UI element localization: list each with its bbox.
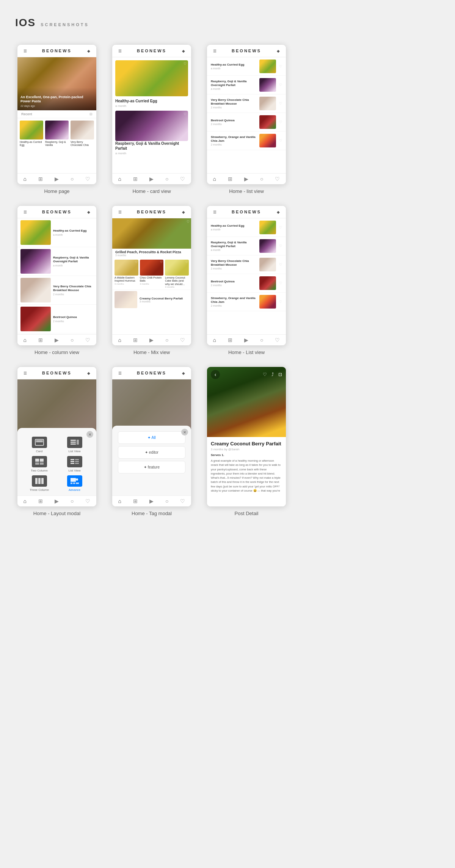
nav-video[interactable]: ▶ (149, 337, 154, 343)
list2-item-3: Very Berry Chocolate Chia Breakfast Mous… (207, 255, 286, 274)
nav-circle[interactable]: ○ (165, 176, 168, 182)
nav-video[interactable]: ▶ (149, 176, 154, 182)
modal-option-listview2[interactable]: List View (58, 456, 91, 472)
svg-rect-2 (71, 440, 76, 441)
mix-heart[interactable]: ♡ (187, 220, 190, 224)
thumb-item-3: Very Berry Chocolate Chia (71, 121, 94, 147)
modal-option-threecol[interactable]: Three Column (23, 475, 55, 492)
modal-option-card[interactable]: Card (23, 437, 55, 453)
list2-heart-1[interactable]: ♡ (279, 226, 282, 229)
phone-home-list: ☰ BEONEWS ◆ Healthy-as Curried Egg a mon… (207, 44, 286, 185)
nav-heart[interactable]: ♡ (85, 498, 90, 504)
nav-circle[interactable]: ○ (260, 337, 263, 343)
list2-date-3: 2 months (211, 267, 256, 270)
list-heart-5[interactable]: ♡ (279, 139, 282, 143)
list2-title-4: Beetroot Quinoa (211, 280, 256, 284)
brand-title: BEONEWS (28, 371, 86, 375)
nav-home[interactable]: ⌂ (118, 337, 121, 343)
nav-heart[interactable]: ♡ (180, 176, 185, 182)
phone-content-home: An Excellent, One-pan, Protein-packed Po… (17, 57, 96, 173)
svg-rect-1 (36, 440, 43, 442)
tag-option-editor[interactable]: ✦ editor (118, 446, 185, 459)
nav-home[interactable]: ⌂ (24, 176, 27, 182)
nav-home[interactable]: ⌂ (118, 176, 121, 182)
list2-heart-5[interactable]: ♡ (279, 300, 282, 304)
nav-grid[interactable]: ⊞ (133, 337, 138, 343)
list-heart-1[interactable]: ♡ (279, 64, 282, 68)
svg-rect-19 (71, 478, 76, 482)
nav-heart[interactable]: ♡ (275, 337, 280, 343)
col-item-3: Very Berry Chocolate Chia Breakfast Mous… (17, 276, 96, 305)
list-item-3: Very Berry Chocolate Chia Breakfast Mous… (207, 94, 286, 113)
post-more-button[interactable]: ⊡ (278, 372, 282, 377)
menu-icon: ☰ (22, 209, 28, 215)
mix-heart-wide[interactable]: ♡ (134, 292, 136, 295)
tag-option-feature[interactable]: ✦ feature (118, 461, 185, 473)
nav-grid[interactable]: ⊞ (133, 498, 138, 504)
nav-video[interactable]: ▶ (149, 498, 154, 504)
nav-circle[interactable]: ○ (165, 498, 168, 504)
list2-heart-3[interactable]: ♡ (279, 263, 282, 266)
post-share-button[interactable]: ⤴ (271, 372, 274, 377)
mix-heart-1[interactable]: ♡ (135, 260, 138, 264)
nav-circle[interactable]: ○ (71, 337, 74, 343)
list2-heart-2[interactable]: ♡ (279, 244, 282, 248)
nav-home[interactable]: ⌂ (24, 337, 27, 343)
svg-rect-16 (35, 478, 38, 484)
nav-circle[interactable]: ○ (260, 176, 263, 182)
list-heart-2[interactable]: ♡ (279, 83, 282, 87)
nav-heart[interactable]: ♡ (180, 337, 185, 343)
nav-grid[interactable]: ⊞ (38, 176, 43, 182)
advance-layout-icon (67, 475, 82, 487)
nav-grid[interactable]: ⊞ (228, 176, 232, 182)
thumb-item-2: Raspberry, Goji & Vanilla (45, 121, 69, 147)
card-2-container: ♡ (115, 111, 188, 141)
nav-heart[interactable]: ♡ (85, 176, 90, 182)
mix-heart-3[interactable]: ♡ (185, 260, 188, 264)
list2-heart-4[interactable]: ♡ (279, 281, 282, 285)
svg-rect-11 (75, 459, 79, 460)
nav-video[interactable]: ▶ (244, 337, 248, 343)
modal-option-advance[interactable]: Advance (58, 475, 91, 492)
col-date-2: a month (53, 264, 93, 267)
mix-small-row: ♡ A Middle Eastern Inspired Hummus 3 mon… (112, 258, 191, 290)
mix-wide-title: Creamy Coconut Berry Parfait (140, 297, 183, 300)
phone-navbar-tag: ⌂ ⊞ ▶ ○ ♡ (112, 495, 191, 506)
nav-heart[interactable]: ♡ (275, 176, 280, 182)
tag-modal-close[interactable]: ✕ (181, 429, 188, 436)
nav-grid[interactable]: ⊞ (38, 337, 43, 343)
nav-circle[interactable]: ○ (71, 176, 74, 182)
list2-info-5: Strawberry, Orange and Vanilla Chia Jam … (211, 296, 256, 307)
mix-heart-2[interactable]: ♡ (160, 260, 163, 264)
post-back-button[interactable]: ‹ (211, 370, 220, 379)
nav-video[interactable]: ▶ (55, 337, 59, 343)
filter-icon[interactable]: ⊟ (89, 112, 93, 116)
nav-grid[interactable]: ⊞ (133, 176, 138, 182)
nav-circle[interactable]: ○ (71, 498, 74, 504)
card-title-2: Raspberry, Goji & Vanilla Overnight Parf… (115, 141, 188, 151)
nav-video[interactable]: ▶ (55, 176, 59, 182)
nav-circle[interactable]: ○ (165, 337, 168, 343)
tag-option-all[interactable]: ✦ All (118, 431, 185, 444)
nav-home[interactable]: ⌂ (118, 498, 121, 504)
post-heart-button[interactable]: ♡ (263, 372, 267, 377)
nav-home[interactable]: ⌂ (213, 337, 216, 343)
nav-grid[interactable]: ⊞ (228, 337, 232, 343)
nav-heart[interactable]: ♡ (180, 498, 185, 504)
nav-video[interactable]: ▶ (244, 176, 248, 182)
list-heart-4[interactable]: ♡ (279, 120, 282, 124)
nav-home[interactable]: ⌂ (213, 176, 216, 182)
modal-option-listview[interactable]: List View (58, 437, 91, 453)
card-heart-2[interactable]: ♡ (184, 112, 187, 116)
modal-option-twocol[interactable]: Two Column (23, 456, 55, 472)
nav-home[interactable]: ⌂ (24, 498, 27, 504)
nav-video[interactable]: ▶ (55, 498, 59, 504)
svg-rect-6 (35, 459, 39, 462)
modal-close-button[interactable]: ✕ (86, 431, 93, 438)
list-heart-3[interactable]: ♡ (279, 102, 282, 105)
list-date-1: a month (211, 67, 256, 70)
nav-heart[interactable]: ♡ (85, 337, 90, 343)
list2-date-4: 2 months (211, 284, 256, 287)
nav-grid[interactable]: ⊞ (38, 498, 43, 504)
card-heart[interactable]: ♡ (184, 62, 187, 66)
